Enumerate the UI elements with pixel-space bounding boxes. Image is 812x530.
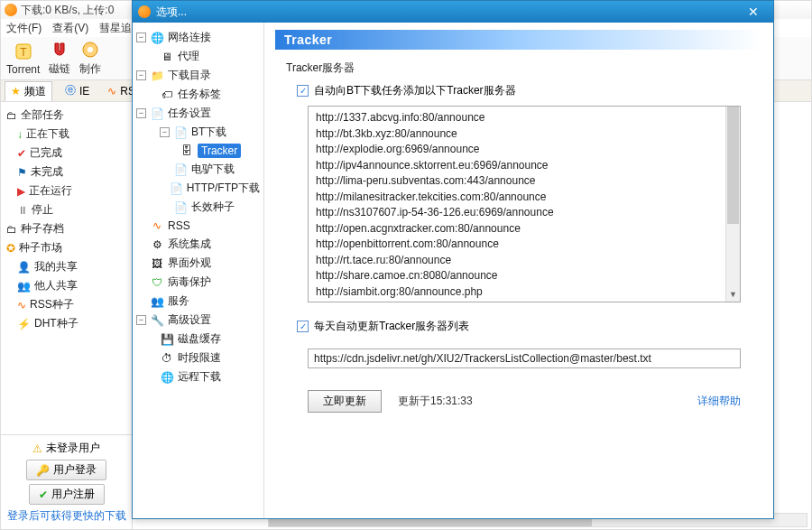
tracker-list-item[interactable]: http://1337.abcvg.info:80/announce	[316, 110, 733, 126]
checkbox-auto-add[interactable]: ✓	[297, 85, 309, 97]
tracker-list-item[interactable]: http://lima-peru.subventas.com:443/annou…	[316, 173, 733, 190]
tree-sys-integration[interactable]: ⚙系统集成	[134, 235, 262, 254]
service-icon: 👥	[150, 294, 164, 309]
tree-all-tasks[interactable]: 🗀全部任务	[3, 106, 130, 125]
tree-incomplete[interactable]: ⚑未完成	[3, 163, 130, 181]
menu-view[interactable]: 查看(V)	[52, 21, 88, 36]
tree-dht-seed[interactable]: ⚡DHT种子	[3, 314, 130, 333]
tracker-list-item[interactable]: http://explodie.org:6969/announce	[316, 142, 733, 158]
archive-icon: 🗀	[6, 223, 17, 236]
tree-longseed[interactable]: 📄长效种子	[134, 198, 262, 217]
collapse-icon[interactable]: −	[136, 315, 146, 325]
dialog-close-button[interactable]: ✕	[739, 5, 768, 19]
tree-virus[interactable]: 🛡病毒保护	[134, 273, 262, 292]
tree-rss-seed[interactable]: ∿RSS种子	[3, 295, 130, 314]
panel-title: Tracker	[275, 30, 762, 50]
dialog-app-icon	[138, 5, 151, 18]
user-icon: 👤	[17, 261, 31, 274]
tree-bt-download[interactable]: −📄BT下载	[134, 123, 262, 142]
listbox-scrollbar[interactable]: ▲ ▼	[725, 107, 740, 302]
tree-market[interactable]: ✪种子市场	[3, 238, 130, 257]
tree-downloading[interactable]: ↓正在下载	[3, 125, 130, 144]
market-icon: ✪	[6, 242, 15, 255]
tree-download-dir[interactable]: −📁下载目录	[134, 66, 262, 85]
tree-my-share[interactable]: 👤我的共享	[3, 257, 130, 276]
advanced-icon: 🔧	[150, 313, 164, 328]
tree-advanced[interactable]: −🔧高级设置	[134, 311, 262, 330]
flag-icon: ⚑	[17, 166, 27, 179]
seed-icon: 📄	[173, 200, 188, 215]
scrollbar-thumb[interactable]	[727, 107, 739, 224]
gear-icon: ⚙	[150, 237, 164, 252]
down-arrow-icon: ↓	[17, 128, 23, 141]
dialog-titlebar[interactable]: 选项... ✕	[133, 1, 773, 23]
tree-stopped[interactable]: ⏸停止	[3, 200, 130, 219]
clock-icon: ⏱	[160, 351, 174, 366]
tree-task-setting[interactable]: −📄任务设置	[134, 104, 262, 123]
tree-httpftp[interactable]: 📄HTTP/FTP下载	[134, 179, 262, 198]
torrent-icon: T	[14, 42, 33, 61]
make-icon	[80, 40, 100, 60]
tracker-list-item[interactable]: http://open.acgnxtracker.com:80/announce	[316, 221, 733, 237]
tree-rss[interactable]: ∿RSS	[134, 217, 262, 235]
tree-appearance[interactable]: 🖼界面外观	[134, 254, 262, 273]
tab-channel[interactable]: ★频道	[5, 81, 52, 101]
update-url-input[interactable]: https://cdn.jsdelivr.net/gh/XIU2/Tracker…	[308, 349, 741, 368]
tracker-list-item[interactable]: http://siambit.org:80/announce.php	[316, 284, 733, 301]
tracker-list-item[interactable]: http://milanesitracker.tekcities.com:80/…	[316, 190, 733, 206]
toolbar-magnet[interactable]: 磁链	[49, 40, 70, 77]
tracker-list-content[interactable]: http://1337.abcvg.info:80/announcehttp:/…	[309, 107, 740, 302]
tree-proxy[interactable]: 🖥代理	[134, 47, 262, 66]
shield-icon: 🛡	[150, 275, 164, 290]
tree-tracker[interactable]: 🗄Tracker	[134, 142, 262, 160]
checkbox-auto-add-row[interactable]: ✓ 自动向BT下载任务添加以下Tracker服务器	[297, 83, 762, 98]
collapse-icon[interactable]: −	[136, 33, 146, 42]
tree-completed[interactable]: ✔已完成	[3, 144, 130, 163]
dialog-title-text: 选项...	[156, 5, 734, 20]
tracker-list-item[interactable]: http://ipv4announce.sktorrent.eu:6969/an…	[316, 158, 733, 174]
register-button[interactable]: ✔用户注册	[29, 484, 105, 505]
checkbox-auto-update[interactable]: ✓	[297, 321, 309, 332]
http-icon: 📄	[170, 181, 183, 196]
disk-icon: 💾	[160, 332, 174, 347]
tree-time-speed[interactable]: ⏱时段限速	[134, 349, 262, 367]
tree-archive[interactable]: 🗀种子存档	[3, 219, 130, 238]
tree-other-share[interactable]: 👥他人共享	[3, 276, 130, 295]
login-button[interactable]: 🔑用户登录	[26, 460, 106, 480]
tree-emule[interactable]: 📄电驴下载	[134, 160, 262, 179]
tracker-list-item[interactable]: http://share.camoe.cn:8080/announce	[316, 268, 733, 284]
emule-icon: 📄	[173, 163, 188, 177]
tree-network[interactable]: −🌐网络连接	[134, 28, 262, 47]
magnet-icon	[50, 40, 69, 60]
tree-task-tag[interactable]: 🏷任务标签	[134, 85, 262, 104]
toolbar-torrent[interactable]: T Torrent	[6, 42, 40, 76]
checkbox-auto-update-row[interactable]: ✓ 每天自动更新Tracker服务器列表	[297, 319, 762, 334]
key-icon: 🔑	[36, 464, 50, 477]
options-tree[interactable]: −🌐网络连接 🖥代理 −📁下载目录 🏷任务标签 −📄任务设置 −📄BT下载 🗄T…	[133, 23, 264, 518]
menu-file[interactable]: 文件(F)	[6, 21, 42, 36]
toolbar-make[interactable]: 制作	[79, 40, 101, 77]
tree-running[interactable]: ▶正在运行	[3, 181, 130, 200]
login-hint-link[interactable]: 登录后可获得更快的下载	[7, 508, 126, 524]
collapse-icon[interactable]: −	[136, 108, 146, 118]
tree-disk-cache[interactable]: 💾磁盘缓存	[134, 330, 262, 349]
scroll-down-icon[interactable]: ▼	[726, 287, 740, 302]
star-icon: ★	[11, 85, 21, 98]
task-tree[interactable]: 🗀全部任务 ↓正在下载 ✔已完成 ⚑未完成 ▶正在运行 ⏸停止 🗀种子存档 ✪种…	[1, 102, 132, 434]
tracker-list-item[interactable]: http://ns3107607.ip-54-36-126.eu:6969/an…	[316, 205, 733, 221]
tracker-list-item[interactable]: http://bt.3kb.xyz:80/announce	[316, 126, 733, 143]
help-link[interactable]: 详细帮助	[697, 394, 741, 409]
tracker-list-item[interactable]: http://rt.tace.ru:80/announce	[316, 253, 733, 269]
tree-remote[interactable]: 🌐远程下载	[134, 367, 262, 386]
collapse-icon[interactable]: −	[136, 70, 146, 80]
tab-ie[interactable]: ⓔIE	[60, 81, 95, 100]
proxy-icon: 🖥	[160, 50, 174, 64]
tree-service[interactable]: 👥服务	[134, 292, 262, 311]
menu-comet[interactable]: 彗星追	[99, 21, 132, 36]
globe-icon: 🌐	[150, 31, 164, 45]
update-now-button[interactable]: 立即更新	[308, 390, 382, 413]
tracker-listbox[interactable]: http://1337.abcvg.info:80/announcehttp:/…	[308, 106, 741, 302]
tracker-list-item[interactable]: http://openbittorrent.com:80/announce	[316, 237, 733, 253]
svg-text:T: T	[20, 46, 27, 59]
collapse-icon[interactable]: −	[160, 127, 170, 137]
